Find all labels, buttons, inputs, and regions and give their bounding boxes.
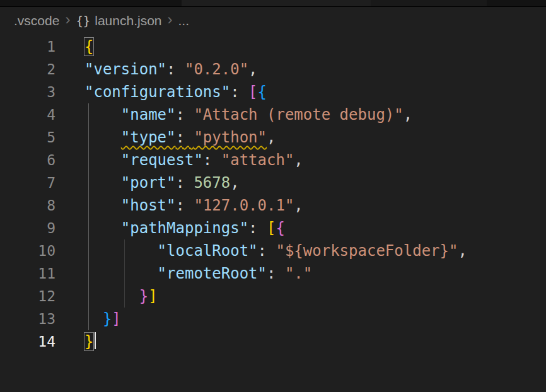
code-line[interactable]: 8 "host": "127.0.0.1", bbox=[0, 194, 546, 217]
code-token: "${workspaceFolder}" bbox=[276, 242, 458, 260]
code-line[interactable]: 13 }] bbox=[0, 308, 546, 330]
code-token: , bbox=[404, 106, 412, 124]
tab-bar-edge bbox=[0, 0, 546, 7]
code-token bbox=[84, 151, 121, 169]
line-number[interactable]: 7 bbox=[0, 171, 55, 194]
code-token: "port" bbox=[121, 174, 176, 192]
code-line[interactable]: 4 "name": "Attach (remote debug)", bbox=[0, 103, 546, 126]
code-token bbox=[84, 310, 103, 328]
code-token: "Attach (remote debug)" bbox=[194, 106, 403, 124]
chevron-right-icon: › bbox=[168, 12, 173, 27]
breadcrumb-item-launch-json[interactable]: launch.json bbox=[95, 13, 161, 28]
code-text: } bbox=[84, 330, 96, 353]
code-line[interactable]: 3"configurations": [{ bbox=[0, 81, 546, 103]
text-cursor bbox=[95, 332, 96, 349]
code-token: } bbox=[84, 333, 93, 350]
breadcrumb-item-symbol-more[interactable]: ... bbox=[178, 13, 190, 28]
editor-lines: 1{2"version": "0.2.0",3"configurations":… bbox=[0, 35, 546, 353]
code-token: "pathMappings" bbox=[121, 219, 248, 237]
code-token: "request" bbox=[121, 151, 203, 169]
line-number[interactable]: 8 bbox=[0, 194, 55, 217]
code-token: , bbox=[294, 151, 303, 169]
code-text: "localRoot": "${workspaceFolder}", bbox=[84, 239, 467, 262]
code-line[interactable]: 10 "localRoot": "${workspaceFolder}", bbox=[0, 239, 546, 262]
breadcrumb: .vscode › {} launch.json › ... bbox=[0, 7, 546, 35]
code-text: }] bbox=[84, 308, 121, 330]
code-text: "port": 5678, bbox=[84, 171, 240, 194]
code-token: ] bbox=[148, 287, 157, 305]
code-line[interactable]: 1{ bbox=[0, 35, 546, 58]
code-token: : bbox=[176, 106, 194, 124]
code-token: , bbox=[230, 174, 239, 192]
code-token: [ bbox=[267, 219, 276, 237]
line-number[interactable]: 4 bbox=[0, 103, 55, 126]
code-token: "remoteRoot" bbox=[158, 265, 267, 282]
code-text: }] bbox=[84, 285, 158, 308]
code-text: "type": "python", bbox=[84, 126, 276, 149]
code-token: : bbox=[230, 83, 248, 101]
line-number[interactable]: 9 bbox=[0, 217, 55, 239]
code-token bbox=[84, 287, 139, 305]
code-token: "attach" bbox=[221, 151, 294, 169]
chevron-right-icon: › bbox=[65, 12, 70, 27]
tab-bar-segment bbox=[182, 0, 371, 6]
code-text: "version": "0.2.0", bbox=[84, 58, 258, 81]
code-text: "configurations": [{ bbox=[84, 81, 267, 103]
line-number[interactable]: 11 bbox=[0, 262, 55, 285]
code-line[interactable]: 6 "request": "attach", bbox=[0, 149, 546, 171]
tab-bar-segment bbox=[371, 0, 487, 6]
code-token-warning: : bbox=[176, 129, 194, 146]
json-braces-icon: {} bbox=[76, 14, 90, 28]
editor-code-area[interactable]: 1{2"version": "0.2.0",3"configurations":… bbox=[0, 35, 546, 353]
code-token: 5678 bbox=[194, 174, 230, 192]
code-text: { bbox=[84, 35, 93, 58]
code-line[interactable]: 2"version": "0.2.0", bbox=[0, 58, 546, 81]
line-number[interactable]: 14 bbox=[0, 330, 55, 353]
code-token-warning: "type" bbox=[121, 129, 176, 146]
code-text: "remoteRoot": "." bbox=[84, 262, 312, 285]
code-token bbox=[84, 129, 121, 146]
code-token bbox=[84, 242, 158, 260]
code-token: : bbox=[267, 265, 285, 282]
line-number[interactable]: 2 bbox=[0, 58, 55, 81]
line-number[interactable]: 13 bbox=[0, 308, 55, 330]
active-bracket-pair-guide bbox=[88, 103, 89, 330]
code-token bbox=[84, 106, 121, 124]
code-line[interactable]: 5 "type": "python", bbox=[0, 126, 546, 149]
code-token: { bbox=[84, 38, 93, 55]
code-token: "name" bbox=[121, 106, 176, 124]
code-token: "version" bbox=[84, 61, 166, 78]
code-token: { bbox=[276, 219, 284, 237]
line-number[interactable]: 3 bbox=[0, 81, 55, 103]
code-token bbox=[84, 174, 121, 192]
code-text: "pathMappings": [{ bbox=[84, 217, 285, 239]
code-line[interactable]: 12 }] bbox=[0, 285, 546, 308]
breadcrumb-item-vscode-folder[interactable]: .vscode bbox=[14, 13, 59, 28]
code-token: : bbox=[203, 151, 221, 169]
code-line[interactable]: 7 "port": 5678, bbox=[0, 171, 546, 194]
code-token: , bbox=[248, 61, 257, 78]
code-text: "host": "127.0.0.1", bbox=[84, 194, 303, 217]
vscode-editor-window: .vscode › {} launch.json › ... 1{2"versi… bbox=[0, 0, 546, 392]
code-token: "0.2.0" bbox=[185, 61, 248, 78]
code-text: "name": "Attach (remote debug)", bbox=[84, 103, 412, 126]
code-token: : bbox=[258, 242, 276, 260]
line-number[interactable]: 1 bbox=[0, 35, 55, 58]
code-token: "." bbox=[285, 265, 312, 282]
code-line[interactable]: 9 "pathMappings": [{ bbox=[0, 217, 546, 239]
code-line[interactable]: 14} bbox=[0, 330, 546, 353]
line-number[interactable]: 10 bbox=[0, 239, 55, 262]
code-token: "host" bbox=[121, 197, 176, 214]
code-token: , bbox=[267, 129, 276, 146]
line-number[interactable]: 12 bbox=[0, 285, 55, 308]
indent-guide bbox=[124, 239, 125, 308]
line-number[interactable]: 6 bbox=[0, 149, 55, 171]
code-token-warning: "python" bbox=[194, 129, 267, 146]
code-token: } bbox=[103, 310, 112, 328]
code-token: "localRoot" bbox=[158, 242, 258, 260]
code-token: "127.0.0.1" bbox=[194, 197, 294, 214]
code-token: : bbox=[166, 61, 185, 78]
line-number[interactable]: 5 bbox=[0, 126, 55, 149]
code-line[interactable]: 11 "remoteRoot": "." bbox=[0, 262, 546, 285]
code-token: { bbox=[258, 83, 267, 101]
